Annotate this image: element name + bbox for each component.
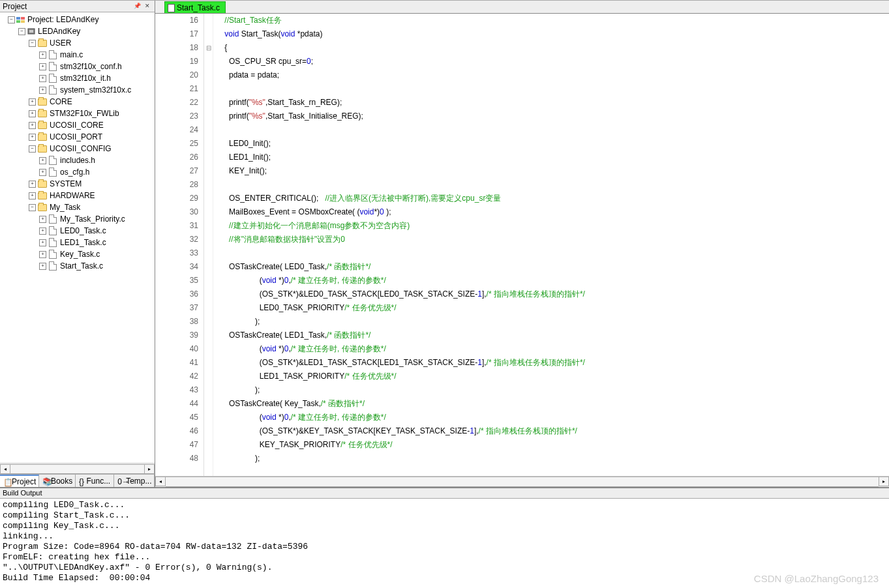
- tree-file[interactable]: +My_Task_Priority.c: [0, 213, 155, 225]
- workspace-icon: [16, 16, 25, 23]
- tab-functions[interactable]: {}Func...: [76, 475, 114, 487]
- file-icon: [168, 4, 175, 12]
- tree-folder[interactable]: −My_Task: [0, 201, 155, 213]
- tree-toggle-icon[interactable]: +: [39, 51, 46, 59]
- tree-label: Project: LEDAndKey: [27, 15, 98, 24]
- tree-toggle-icon[interactable]: +: [29, 134, 36, 141]
- tree-toggle-icon[interactable]: −: [29, 145, 36, 153]
- tree-folder[interactable]: +CORE: [0, 96, 155, 108]
- tree-label: LED1_Task.c: [60, 238, 106, 247]
- svg-rect-3: [21, 20, 25, 23]
- tree-toggle-icon[interactable]: +: [29, 122, 36, 129]
- file-icon: [48, 62, 58, 71]
- tree-label: HARDWARE: [50, 191, 95, 200]
- tree-file[interactable]: +Start_Task.c: [0, 260, 155, 272]
- tree-toggle-icon[interactable]: −: [18, 28, 25, 35]
- code-editor: Start_Task.c 161718192021222324252627282…: [155, 1, 889, 487]
- tree-label: UCOSII_PORT: [50, 132, 102, 141]
- tree-toggle-icon[interactable]: +: [29, 110, 36, 117]
- scroll-left-icon[interactable]: ◂: [0, 464, 10, 474]
- tree-folder[interactable]: +UCOSII_PORT: [0, 131, 155, 143]
- tree-folder[interactable]: −USER: [0, 37, 155, 49]
- tab-templates[interactable]: 0→Temp...: [114, 475, 155, 487]
- tree-file[interactable]: +stm32f10x_it.h: [0, 72, 155, 84]
- folder-icon: [37, 191, 48, 200]
- panel-pin-icon[interactable]: 📌: [132, 2, 142, 11]
- tree-file[interactable]: +LED1_Task.c: [0, 237, 155, 248]
- folder-icon: [37, 132, 48, 141]
- scroll-right-icon[interactable]: ▸: [879, 477, 889, 486]
- folder-icon: [37, 121, 48, 130]
- tab-label: Project: [12, 477, 36, 486]
- tree-label: LED0_Task.c: [60, 226, 106, 235]
- tree-toggle-icon[interactable]: +: [39, 251, 46, 258]
- tree-toggle-icon[interactable]: +: [39, 63, 46, 70]
- tree-toggle-icon[interactable]: +: [39, 87, 46, 94]
- panel-close-icon[interactable]: ✕: [143, 2, 152, 11]
- fold-column[interactable]: ⊟: [204, 14, 213, 476]
- tree-label: Key_Task.c: [60, 250, 100, 259]
- project-panel-header: Project 📌 ✕: [0, 1, 155, 12]
- tab-label: Func...: [86, 477, 110, 486]
- tab-project[interactable]: 📋Project: [0, 475, 39, 487]
- tree-toggle-icon[interactable]: +: [39, 228, 46, 235]
- tree-toggle-icon[interactable]: +: [29, 192, 36, 199]
- tree-toggle-icon[interactable]: +: [39, 169, 46, 176]
- file-icon: [48, 74, 58, 83]
- tree-file[interactable]: +os_cfg.h: [0, 166, 155, 178]
- tree-folder[interactable]: +UCOSII_CORE: [0, 119, 155, 131]
- folder-icon: [37, 179, 48, 188]
- tree-label: USER: [50, 38, 71, 48]
- tree-folder[interactable]: +STM32F10x_FWLib: [0, 108, 155, 119]
- tree-label: UCOSII_CONFIG: [50, 144, 112, 153]
- tree-file[interactable]: +stm32f10x_conf.h: [0, 61, 155, 72]
- tree-toggle-icon[interactable]: +: [39, 239, 46, 246]
- file-icon: [48, 250, 58, 259]
- build-output-text[interactable]: compiling LED0_Task.c... compiling Start…: [0, 499, 889, 588]
- tree-root[interactable]: − Project: LEDAndKey: [0, 14, 155, 25]
- file-icon: [48, 50, 58, 59]
- tree-file[interactable]: +main.c: [0, 49, 155, 61]
- tab-books[interactable]: 📚Books: [39, 475, 76, 487]
- build-output-panel: Build Output compiling LED0_Task.c... co…: [0, 487, 889, 588]
- tree-toggle-icon[interactable]: +: [39, 216, 46, 223]
- tab-label: Temp...: [126, 477, 151, 486]
- code-content[interactable]: //Start_Task任务 void Start_Task(void *pda…: [213, 14, 889, 476]
- tree-label: stm32f10x_it.h: [60, 74, 111, 83]
- chip-icon: [27, 27, 36, 35]
- tree-toggle-icon[interactable]: +: [29, 181, 36, 188]
- editor-tab-label: Start_Task.c: [177, 3, 220, 12]
- tree-label: STM32F10x_FWLib: [50, 109, 119, 118]
- code-area[interactable]: 1617181920212223242526272829303132333435…: [155, 14, 889, 476]
- tree-file[interactable]: +includes.h: [0, 154, 155, 166]
- tree-file[interactable]: +LED0_Task.c: [0, 225, 155, 237]
- tree-toggle-icon[interactable]: +: [39, 75, 46, 82]
- tree-toggle-icon[interactable]: −: [8, 16, 15, 23]
- tree-toggle-icon[interactable]: +: [29, 98, 36, 106]
- project-tab-icon: 📋: [3, 478, 10, 485]
- file-icon: [48, 85, 58, 95]
- tree-folder[interactable]: +SYSTEM: [0, 178, 155, 190]
- tree-folder[interactable]: −UCOSII_CONFIG: [0, 143, 155, 154]
- tree-toggle-icon[interactable]: +: [39, 157, 46, 164]
- scroll-track[interactable]: [10, 464, 144, 474]
- folder-icon: [37, 97, 48, 106]
- project-tree[interactable]: − Project: LEDAndKey − LEDAndKey −USER+m…: [0, 12, 155, 463]
- tree-file[interactable]: +system_stm32f10x.c: [0, 84, 155, 96]
- editor-tab-active[interactable]: Start_Task.c: [164, 1, 226, 13]
- tree-label: UCOSII_CORE: [50, 121, 104, 130]
- scroll-track[interactable]: [166, 477, 879, 487]
- tree-file[interactable]: +Key_Task.c: [0, 248, 155, 260]
- editor-hscroll[interactable]: ◂ ▸: [155, 476, 889, 487]
- temp-tab-icon: 0→: [117, 477, 125, 484]
- tree-toggle-icon[interactable]: −: [29, 40, 36, 47]
- project-hscroll[interactable]: ◂ ▸: [0, 463, 155, 474]
- tree-project[interactable]: − LEDAndKey: [0, 25, 155, 37]
- scroll-right-icon[interactable]: ▸: [144, 464, 155, 474]
- tree-toggle-icon[interactable]: +: [39, 263, 46, 270]
- scroll-left-icon[interactable]: ◂: [155, 477, 166, 486]
- tree-toggle-icon[interactable]: −: [29, 204, 36, 211]
- project-panel-title: Project: [3, 2, 131, 11]
- file-icon: [48, 226, 58, 235]
- tree-folder[interactable]: +HARDWARE: [0, 190, 155, 201]
